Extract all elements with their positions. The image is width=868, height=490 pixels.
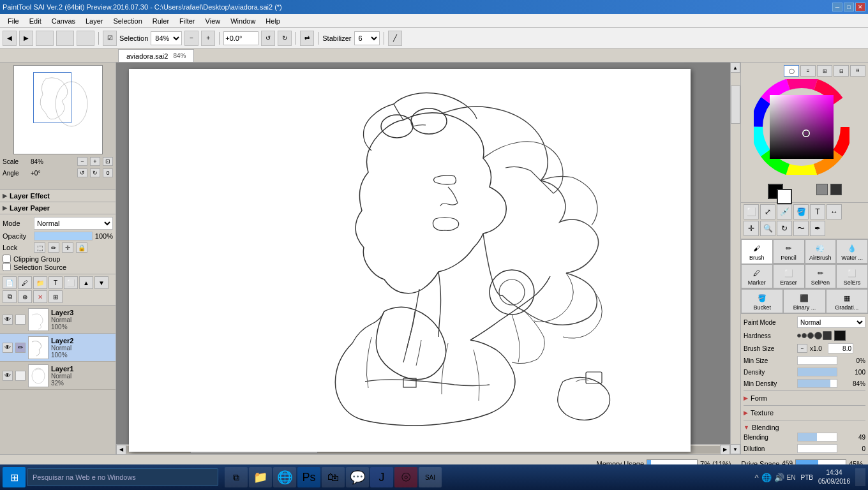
- layer-effect-toggle[interactable]: ▶ Layer Effect: [3, 192, 113, 200]
- new-paint-layer-button[interactable]: 🖊: [18, 276, 32, 289]
- layer-paper-toggle[interactable]: ▶ Layer Paper: [3, 204, 113, 212]
- angle-flip2[interactable]: ↻: [90, 168, 100, 177]
- tb-btn1[interactable]: [36, 31, 54, 46]
- flip-button[interactable]: ⇄: [300, 31, 314, 46]
- density-bar[interactable]: [797, 368, 837, 376]
- lock-transparency[interactable]: ⬚: [34, 242, 45, 253]
- warp-tool[interactable]: 〜: [793, 221, 809, 236]
- transform-tool[interactable]: ⤢: [760, 204, 775, 219]
- hardness-dot-2[interactable]: [802, 333, 807, 338]
- menu-file[interactable]: File: [3, 16, 24, 26]
- fill-tool-icon[interactable]: 🪣: [793, 204, 809, 219]
- close-button[interactable]: ✕: [855, 3, 865, 11]
- sai-taskbar[interactable]: SAI: [419, 467, 442, 487]
- lock-move[interactable]: ✛: [62, 242, 73, 253]
- selers-tab[interactable]: ⬜ SelErs: [836, 264, 868, 288]
- photoshop-button[interactable]: Ps: [297, 467, 320, 487]
- scale-plus[interactable]: +: [201, 31, 215, 46]
- move-layer-down[interactable]: ▼: [94, 276, 108, 289]
- opacity-slider[interactable]: [34, 232, 93, 241]
- vscroll-track[interactable]: [730, 73, 740, 444]
- color-mode-wheel[interactable]: ◯: [784, 65, 799, 77]
- scale-fit[interactable]: ⊡: [103, 157, 113, 166]
- bucket-tab[interactable]: 🪣 Bucket: [741, 289, 783, 313]
- brush-size-input[interactable]: [828, 343, 853, 353]
- canvas-area[interactable]: ▲ ▼ ◀ ▶: [116, 63, 740, 454]
- minimize-button[interactable]: ─: [832, 3, 842, 11]
- menu-edit[interactable]: Edit: [24, 16, 47, 26]
- dilution-bar[interactable]: [797, 444, 837, 453]
- taskbar-clock[interactable]: 14:34 05/09/2016: [818, 468, 850, 486]
- stabilizer-select[interactable]: 6: [354, 31, 380, 45]
- menu-view[interactable]: View: [200, 16, 226, 26]
- new-layer-button[interactable]: 📄: [3, 276, 17, 289]
- airbrush-tab[interactable]: 💨 AirBrush: [805, 239, 837, 264]
- eyedropper-tool[interactable]: 💉: [777, 204, 792, 219]
- explorer-button[interactable]: 📁: [249, 467, 272, 487]
- menu-help[interactable]: Help: [260, 16, 285, 26]
- hscroll-right-btn[interactable]: ▶: [720, 445, 730, 455]
- scale-increase[interactable]: +: [90, 157, 100, 166]
- new-group-button[interactable]: 📁: [33, 276, 47, 289]
- undo-button[interactable]: ◀: [3, 31, 17, 46]
- lock-all[interactable]: 🔒: [76, 242, 87, 253]
- layer-extra-button[interactable]: ⊞: [49, 290, 63, 303]
- volume-icon[interactable]: 🔊: [774, 473, 784, 482]
- paint-mode-select[interactable]: Normal: [797, 316, 865, 328]
- hardness-dot-5[interactable]: [823, 331, 832, 340]
- layer2-visibility[interactable]: 👁: [3, 343, 13, 353]
- taskview-button[interactable]: ⧉: [225, 467, 248, 487]
- binary-tab[interactable]: ⬛ Binary ...: [783, 289, 825, 313]
- hardness-dot-4[interactable]: [814, 332, 822, 339]
- angle-input[interactable]: [223, 31, 258, 45]
- menu-ruler[interactable]: Ruler: [147, 16, 174, 26]
- hardness-solid[interactable]: [834, 330, 846, 341]
- game-button[interactable]: J: [370, 467, 393, 487]
- copy-layer-button[interactable]: ⧉: [3, 290, 17, 303]
- vscroll-thumb[interactable]: [731, 85, 740, 124]
- selpen-tab[interactable]: ✏ SelPen: [805, 264, 837, 288]
- zoom-tool[interactable]: 🔍: [760, 221, 775, 236]
- mode-select[interactable]: Normal: [34, 217, 113, 230]
- drawing-canvas[interactable]: [129, 69, 691, 452]
- min-density-bar[interactable]: [797, 379, 837, 388]
- water-tab[interactable]: 💧 Water ...: [836, 239, 868, 264]
- color-mode-dots[interactable]: ⠿: [850, 65, 865, 77]
- scale-select[interactable]: 84%: [151, 31, 182, 45]
- texture-toggle[interactable]: ▶ Texture: [744, 408, 865, 418]
- background-color[interactable]: [777, 189, 792, 204]
- nav-canvas[interactable]: [13, 65, 103, 154]
- show-desktop-button[interactable]: [855, 468, 865, 486]
- hardness-dot-1[interactable]: [797, 334, 801, 338]
- layer-item-1[interactable]: 👁 Layer1 Normal 32%: [0, 362, 116, 390]
- pen-tool[interactable]: ✒: [810, 221, 825, 236]
- blending-toggle[interactable]: ▼ Blending: [744, 422, 865, 433]
- swatch-gray[interactable]: [816, 184, 828, 195]
- angle-cw[interactable]: ↻: [278, 31, 292, 46]
- brush-tab[interactable]: 🖌 Brush: [741, 239, 773, 264]
- menu-window[interactable]: Window: [225, 16, 260, 26]
- move-tool[interactable]: ✛: [744, 221, 759, 236]
- layer-item-2[interactable]: 👁 ✏ Layer2 Normal 100%: [0, 334, 116, 362]
- color-wheel-container[interactable]: [754, 79, 856, 181]
- store-button[interactable]: 🛍: [322, 467, 345, 487]
- select-tool[interactable]: ⬜: [744, 204, 759, 219]
- chevron-icon[interactable]: ^: [754, 473, 758, 482]
- angle-zero[interactable]: 0: [103, 168, 113, 177]
- selection-toggle[interactable]: ☑: [103, 31, 117, 46]
- merge-layer-button[interactable]: ⊕: [18, 290, 32, 303]
- taskbar-search[interactable]: Pesquisar na Web e no Windows: [27, 468, 218, 486]
- line-tool[interactable]: ╱: [388, 31, 402, 46]
- chrome-button[interactable]: 🌐: [273, 467, 296, 487]
- color-mode-slider[interactable]: ≡: [800, 65, 816, 77]
- chat-button[interactable]: 💬: [346, 467, 369, 487]
- layer-select-tool[interactable]: ↔: [827, 204, 842, 219]
- swatch-dark[interactable]: [830, 184, 842, 195]
- hardness-dots[interactable]: [797, 331, 832, 340]
- min-size-bar[interactable]: [797, 356, 837, 365]
- menu-selection[interactable]: Selection: [108, 16, 147, 26]
- layer3-visibility[interactable]: 👁: [3, 315, 13, 325]
- angle-reset2[interactable]: ↺: [77, 168, 87, 177]
- hscroll-left-btn[interactable]: ◀: [116, 445, 126, 455]
- network-icon[interactable]: 🌐: [761, 473, 772, 482]
